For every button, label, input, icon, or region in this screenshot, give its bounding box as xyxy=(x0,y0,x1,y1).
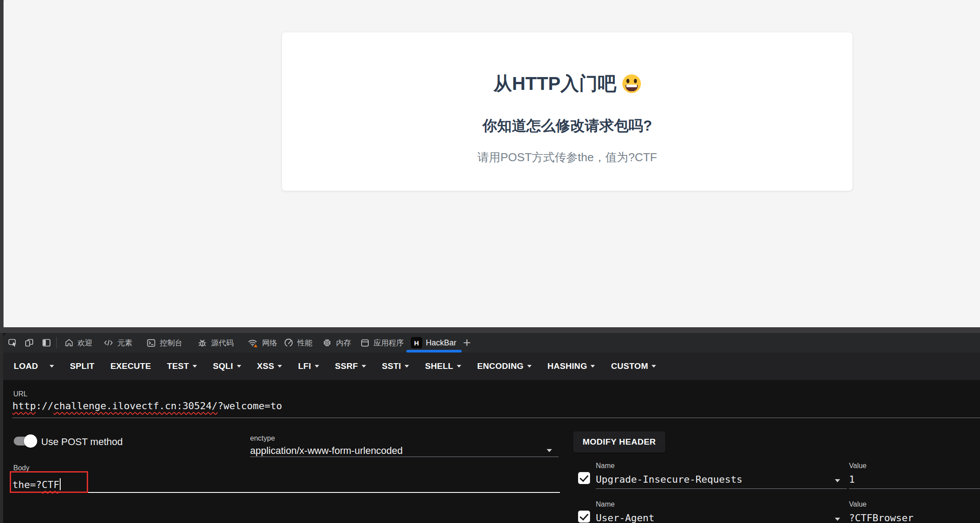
url-label: URL xyxy=(13,390,27,398)
gauge-icon xyxy=(283,337,294,348)
menu-hashing[interactable]: HASHING xyxy=(548,361,595,371)
tab-elements[interactable]: 元素 xyxy=(103,333,132,353)
tab-memory[interactable]: 内存 xyxy=(322,333,351,353)
menu-shell[interactable]: SHELL xyxy=(425,361,461,371)
tab-application[interactable]: 应用程序 xyxy=(360,333,404,353)
header-value-underline xyxy=(849,488,980,489)
new-tab-button[interactable]: + xyxy=(463,333,471,353)
page-hint: 请用POST方式传参the，值为?CTF xyxy=(282,150,853,165)
caret-down-icon xyxy=(590,365,595,368)
code-icon xyxy=(103,337,114,348)
window-left-edge xyxy=(0,0,4,327)
caret-down-icon xyxy=(527,365,532,368)
menu-sqli[interactable]: SQLI xyxy=(213,361,241,371)
enctype-underline xyxy=(250,457,559,457)
caret-down-icon xyxy=(457,365,461,368)
header-value-label: Value xyxy=(849,462,867,470)
url-input[interactable]: http://challenge.ilovectf.cn:30524/?welc… xyxy=(12,400,282,411)
tab-console[interactable]: 控制台 xyxy=(146,333,182,353)
tab-network[interactable]: 网络 xyxy=(247,333,277,353)
header-checkbox[interactable] xyxy=(578,472,590,484)
tab-sources[interactable]: 源代码 xyxy=(197,333,234,353)
devtools-divider[interactable] xyxy=(0,327,980,333)
bug-icon xyxy=(197,337,208,348)
enctype-label: enctype xyxy=(250,434,275,442)
header-name-input[interactable]: User-Agent xyxy=(596,512,654,523)
webpage-viewport: 从HTTP入门吧 你知道怎么修改请求包吗? 请用POST方式传参the，值为?C… xyxy=(0,0,980,327)
use-post-label: Use POST method xyxy=(41,435,123,449)
menu-test[interactable]: TEST xyxy=(167,361,197,371)
menu-load[interactable]: LOAD xyxy=(14,361,38,371)
device-emulation-icon[interactable] xyxy=(24,333,35,353)
inspect-element-icon[interactable] xyxy=(8,333,18,353)
console-icon xyxy=(146,338,156,348)
modify-header-button[interactable]: MODIFY HEADER xyxy=(573,431,665,453)
plus-icon: + xyxy=(463,335,471,350)
caret-down-icon xyxy=(278,365,282,368)
menu-lfi[interactable]: LFI xyxy=(298,361,319,371)
network-wifi-icon xyxy=(247,337,259,349)
menu-encoding[interactable]: ENCODING xyxy=(477,361,532,371)
menu-custom[interactable]: CUSTOM xyxy=(611,361,656,371)
application-window-icon xyxy=(360,338,370,348)
caret-down-icon xyxy=(652,365,656,368)
menu-ssti[interactable]: SSTI xyxy=(382,361,409,371)
tab-welcome[interactable]: 欢迎 xyxy=(64,333,93,353)
annotation-red-box xyxy=(10,471,88,493)
use-post-toggle[interactable] xyxy=(14,434,40,448)
header-name-label: Name xyxy=(596,500,615,508)
hackbar-panel: URL http://challenge.ilovectf.cn:30524/?… xyxy=(3,380,980,523)
tab-hackbar[interactable]: H HackBar xyxy=(411,333,456,353)
header-name-caret-icon[interactable] xyxy=(835,518,840,521)
devtools-tabbar: 欢迎 元素 控制台 源代码 网络 性能 内存 应用程序 xyxy=(3,333,980,353)
header-name-input[interactable]: Upgrade-Insecure-Requests xyxy=(596,474,742,485)
tabbar-separator xyxy=(56,337,57,349)
header-checkbox[interactable] xyxy=(578,511,590,523)
dock-panel-icon[interactable] xyxy=(41,333,52,353)
caret-down-icon xyxy=(237,365,241,368)
menu-xss[interactable]: XSS xyxy=(257,361,282,371)
home-icon xyxy=(64,338,74,348)
caret-down-icon xyxy=(315,365,319,368)
hackbar-menubar: LOAD SPLIT EXECUTE TEST SQLI XSS LFI SSR… xyxy=(3,353,980,380)
caret-down-icon xyxy=(50,365,54,368)
header-value-input[interactable]: 1 xyxy=(849,474,855,485)
caret-down-icon xyxy=(405,365,409,368)
page-title: 从HTTP入门吧 xyxy=(282,71,853,96)
header-value-label: Value xyxy=(849,500,867,508)
enctype-caret-icon[interactable] xyxy=(547,449,552,452)
body-input-underline xyxy=(12,492,560,493)
caret-down-icon xyxy=(193,365,197,368)
devtools-left-edge xyxy=(0,333,3,523)
menu-load-dropdown[interactable] xyxy=(50,365,54,368)
menu-split[interactable]: SPLIT xyxy=(70,361,94,371)
header-value-input[interactable]: ?CTFBrowser xyxy=(849,512,914,523)
grinning-face-emoji xyxy=(622,74,641,93)
tab-performance[interactable]: 性能 xyxy=(283,333,313,353)
header-name-caret-icon[interactable] xyxy=(835,479,840,482)
memory-chip-icon xyxy=(322,337,332,348)
challenge-card: 从HTTP入门吧 你知道怎么修改请求包吗? 请用POST方式传参the，值为?C… xyxy=(282,32,853,191)
enctype-select[interactable]: application/x-www-form-urlencoded xyxy=(250,445,403,457)
header-name-underline xyxy=(596,488,847,489)
header-name-label: Name xyxy=(596,462,615,470)
hackbar-h-icon: H xyxy=(411,337,422,349)
url-input-underline xyxy=(12,418,980,418)
warning-triangle-icon xyxy=(254,344,258,347)
caret-down-icon xyxy=(362,365,366,368)
menu-execute[interactable]: EXECUTE xyxy=(110,361,151,371)
page-subtitle: 你知道怎么修改请求包吗? xyxy=(282,117,853,135)
menu-ssrf[interactable]: SSRF xyxy=(335,361,366,371)
